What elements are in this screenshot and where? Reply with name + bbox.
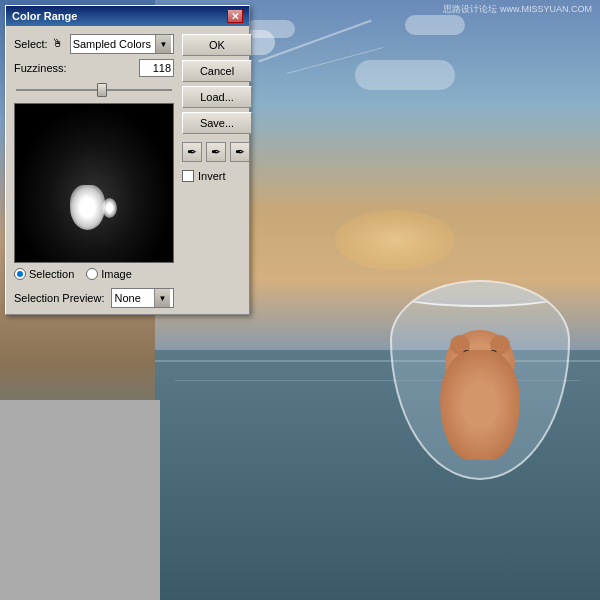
color-range-dialog: Color Range ✕ Select: 🖱 Sampled Colors ▼ — [5, 5, 250, 315]
selection-radio[interactable]: Selection — [14, 268, 74, 280]
eyedropper-add-button[interactable]: ✒ — [182, 142, 202, 162]
fuzziness-slider[interactable] — [16, 82, 172, 98]
ok-button[interactable]: OK — [182, 34, 252, 56]
cloud — [245, 20, 295, 38]
select-value: Sampled Colors — [73, 38, 151, 50]
bottom-row: Selection Preview: None ▼ — [14, 288, 174, 308]
gray-area — [0, 400, 160, 600]
select-dropdown-arrow[interactable]: ▼ — [155, 35, 171, 53]
dialog-right: OK Cancel Load... Save... ✒ ✒ ✒ Invert — [182, 34, 252, 308]
hamster — [430, 330, 530, 460]
cloud — [355, 60, 455, 90]
invert-label: Invert — [198, 170, 226, 182]
radio-row: Selection Image — [14, 268, 174, 280]
eyedropper-small-icon: 🖱 — [52, 37, 66, 51]
selection-preview-dropdown[interactable]: None ▼ — [111, 288, 175, 308]
bowl-rim — [390, 280, 570, 307]
dialog-main: Select: 🖱 Sampled Colors ▼ Fuzziness: 11… — [14, 34, 241, 308]
select-dropdown[interactable]: Sampled Colors ▼ — [70, 34, 174, 54]
invert-row: Invert — [182, 170, 252, 182]
slider-thumb[interactable] — [97, 83, 107, 97]
preview-dropdown-arrow[interactable]: ▼ — [154, 289, 170, 307]
watermark: 思路设计论坛 www.MISSYUAN.COM — [443, 3, 592, 16]
preview-image — [14, 103, 174, 263]
close-icon: ✕ — [231, 11, 239, 22]
select-row: Select: 🖱 Sampled Colors ▼ — [14, 34, 174, 54]
hamster-body — [440, 350, 520, 460]
selection-radio-circle[interactable] — [14, 268, 26, 280]
fuzziness-row: Fuzziness: 118 — [14, 59, 174, 77]
cancel-button[interactable]: Cancel — [182, 60, 252, 82]
selection-radio-label: Selection — [29, 268, 74, 280]
fuzziness-label: Fuzziness: — [14, 62, 67, 74]
image-radio-label: Image — [101, 268, 132, 280]
save-button[interactable]: Save... — [182, 112, 252, 134]
dialog-left: Select: 🖱 Sampled Colors ▼ Fuzziness: 11… — [14, 34, 174, 308]
load-button[interactable]: Load... — [182, 86, 252, 108]
dialog-title: Color Range — [12, 10, 77, 22]
invert-checkbox[interactable] — [182, 170, 194, 182]
fuzziness-value[interactable]: 118 — [139, 59, 174, 77]
image-radio[interactable]: Image — [86, 268, 132, 280]
eyedropper-row: ✒ ✒ ✒ — [182, 142, 252, 162]
eyedropper-normal-button[interactable]: ✒ — [206, 142, 226, 162]
selection-preview-value: None — [115, 292, 141, 304]
preview-bg — [15, 104, 173, 262]
hamster-container — [380, 200, 580, 480]
dialog-titlebar: Color Range ✕ — [6, 6, 249, 26]
preview-selection-dot — [102, 198, 117, 218]
slider-track — [16, 89, 172, 91]
select-label: Select: — [14, 38, 48, 50]
close-button[interactable]: ✕ — [227, 9, 243, 23]
selection-preview-label: Selection Preview: — [14, 292, 105, 304]
dialog-body: Select: 🖱 Sampled Colors ▼ Fuzziness: 11… — [6, 26, 249, 314]
cloud — [405, 15, 465, 35]
image-radio-circle[interactable] — [86, 268, 98, 280]
preview-inner — [15, 104, 173, 262]
eyedropper-subtract-button[interactable]: ✒ — [230, 142, 250, 162]
